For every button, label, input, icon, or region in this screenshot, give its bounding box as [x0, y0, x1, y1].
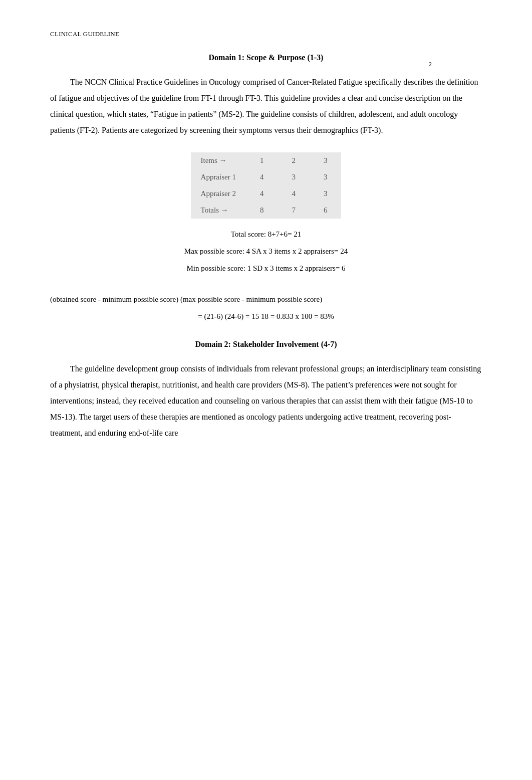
max-score-label: Max possible score: 4 SA x 3 items x 2 a… [50, 244, 482, 259]
table-cell-col2: 3 [278, 169, 310, 185]
table-cell-col2: 7 [278, 202, 310, 219]
table-row: Items → 1 2 3 [191, 152, 342, 169]
domain1-heading: Domain 1: Scope & Purpose (1-3) [50, 53, 482, 62]
page-number: 2 [429, 60, 432, 68]
domain2-paragraph: The guideline development group consists… [50, 361, 482, 441]
table-cell-col3: 3 [310, 185, 342, 202]
table-row: Appraiser 2 4 4 3 [191, 185, 342, 202]
table-cell-col2: 2 [278, 152, 310, 169]
obtained-score-line: (obtained score - minimum possible score… [50, 292, 482, 307]
table-cell-label: Appraiser 1 [191, 169, 246, 185]
score-table-wrapper: Items → 1 2 3 Appraiser 1 4 3 3 Appraise… [50, 152, 482, 219]
table-cell-col1: 8 [246, 202, 278, 219]
header-label: CLINICAL GUIDELINE [50, 30, 482, 38]
table-cell-col3: 3 [310, 152, 342, 169]
min-score-label: Min possible score: 1 SD x 3 items x 2 a… [50, 261, 482, 276]
domain2-heading: Domain 2: Stakeholder Involvement (4-7) [50, 340, 482, 349]
domain1-paragraph: The NCCN Clinical Practice Guidelines in… [50, 74, 482, 138]
score-table: Items → 1 2 3 Appraiser 1 4 3 3 Appraise… [191, 152, 342, 219]
table-cell-label: Items → [191, 152, 246, 169]
table-cell-col1: 1 [246, 152, 278, 169]
table-cell-label: Totals → [191, 202, 246, 219]
table-row: Totals → 8 7 6 [191, 202, 342, 219]
table-cell-col3: 3 [310, 169, 342, 185]
table-cell-col1: 4 [246, 169, 278, 185]
table-cell-col3: 6 [310, 202, 342, 219]
table-cell-label: Appraiser 2 [191, 185, 246, 202]
table-cell-col1: 4 [246, 185, 278, 202]
total-score-label: Total score: 8+7+6= 21 [50, 227, 482, 242]
table-row: Appraiser 1 4 3 3 [191, 169, 342, 185]
formula-line: = (21-6) (24-6) = 15 18 = 0.833 x 100 = … [50, 309, 482, 324]
table-cell-col2: 4 [278, 185, 310, 202]
